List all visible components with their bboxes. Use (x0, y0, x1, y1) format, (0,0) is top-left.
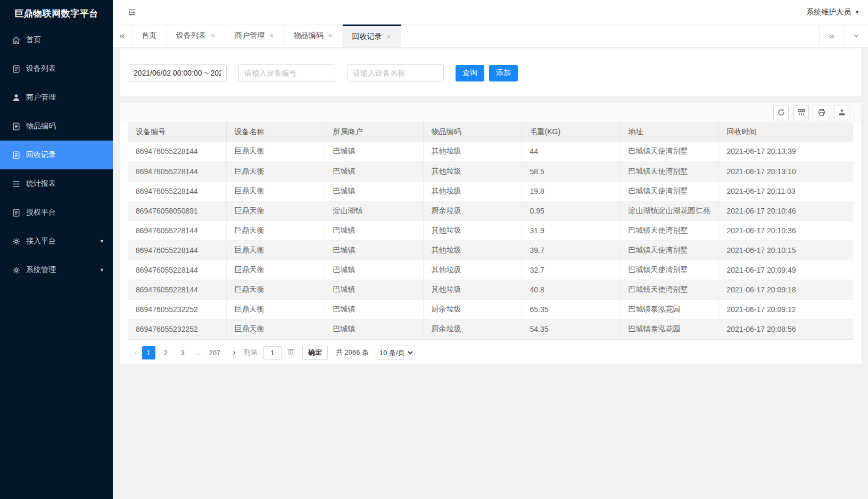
table-row[interactable]: 869476058050891巨鼎天衡淀山湖镇厨余垃圾0.95淀山湖镇淀山湖花园… (128, 201, 853, 220)
table-cell: 巴城镇 (325, 161, 423, 181)
sidebar-item-merchant-mgmt[interactable]: 商户管理 (0, 83, 113, 112)
table-cell: 2021-06-17 20:10:36 (718, 220, 853, 240)
sidebar-item-label: 物品编码 (26, 121, 56, 131)
sidebar-item-label: 设备列表 (26, 64, 56, 73)
table-row[interactable]: 869476055232252巨鼎天衡巴城镇厨余垃圾65.35巴城镇泰泓花园20… (128, 299, 853, 319)
close-icon[interactable]: × (211, 32, 215, 39)
chevrons-right-icon: » (829, 30, 834, 42)
tab-device-list[interactable]: 设备列表× (167, 24, 225, 47)
jump-confirm-button[interactable]: 确定 (302, 346, 328, 360)
sidebar: 巨鼎物联网数字平台 首页设备列表商户管理物品编码回收记录统计报表授权平台接入平台… (0, 0, 113, 499)
column-header: 毛重(KG) (522, 122, 620, 142)
tab-home[interactable]: 首页 (132, 24, 167, 47)
table-row[interactable]: 869476055228144巨鼎天衡巴城镇其他垃圾58.5巴城镇天使湾别墅20… (128, 161, 853, 181)
table-cell: 巴城镇天使湾别墅 (620, 260, 718, 280)
search-button[interactable]: 查询 (456, 65, 484, 81)
tabs-list: 首页设备列表×商户管理×物品编码×回收记录× (132, 24, 401, 47)
table-cell: 其他垃圾 (423, 260, 522, 280)
pager-page-207[interactable]: 207 (207, 346, 223, 359)
export-button[interactable] (834, 105, 849, 120)
sidebar-item-auth-platform[interactable]: 授权平台 (0, 198, 113, 227)
table-cell: 869476055228144 (128, 260, 226, 280)
sidebar-item-label: 首页 (26, 35, 41, 45)
page-size-select[interactable]: 10 条/页 (376, 346, 415, 359)
jump-page-input[interactable] (263, 346, 282, 359)
table-cell: 869476055232252 (128, 299, 226, 319)
table-cell: 巴城镇 (325, 280, 423, 299)
column-header: 物品编码 (423, 122, 522, 142)
table-cell: 869476055228144 (128, 240, 226, 260)
table-cell: 巴城镇天使湾别墅 (620, 240, 718, 260)
sidebar-item-recycle-records[interactable]: 回收记录 (0, 141, 113, 169)
table-row[interactable]: 869476055232252巨鼎天衡巴城镇厨余垃圾54.35巴城镇泰泓花园20… (128, 319, 853, 339)
column-header: 设备名称 (226, 122, 325, 142)
jump-page-unit-label: 页 (287, 348, 294, 357)
table-row[interactable]: 869476055228144巨鼎天衡巴城镇其他垃圾44巴城镇天使湾别墅2021… (128, 142, 853, 161)
sidebar-item-home[interactable]: 首页 (0, 26, 113, 54)
columns-button[interactable] (793, 105, 809, 120)
table-row[interactable]: 869476055228144巨鼎天衡巴城镇其他垃圾40.8巴城镇天使湾别墅20… (128, 280, 853, 299)
tabs-scroll-right-button[interactable]: » (819, 24, 844, 47)
close-icon[interactable]: × (328, 32, 332, 39)
table-cell: 其他垃圾 (423, 240, 522, 260)
table-cell: 淀山湖镇淀山湖花园仁苑 (620, 201, 718, 220)
device-name-input[interactable] (347, 64, 444, 81)
table-cell: 巨鼎天衡 (226, 220, 325, 240)
tabs-scroll-left-button[interactable]: « (113, 24, 132, 47)
pager-next-button[interactable]: › (233, 347, 236, 358)
chevron-down-icon (853, 32, 860, 39)
tabs-menu-button[interactable] (844, 24, 868, 47)
table-row[interactable]: 869476055228144巨鼎天衡巴城镇其他垃圾32.7巴城镇天使湾别墅20… (128, 260, 853, 280)
add-button[interactable]: 添加 (489, 65, 518, 81)
pager-page-2[interactable]: 2 (159, 346, 172, 359)
tab-recycle-records[interactable]: 回收记录× (343, 24, 401, 47)
tab-merchant-mgmt[interactable]: 商户管理× (225, 24, 284, 47)
user-menu[interactable]: 系统维护人员 ▼ (806, 7, 859, 17)
table-cell: 巴城镇泰泓花园 (620, 299, 718, 319)
section-divider (120, 96, 861, 103)
device-number-input[interactable] (238, 64, 335, 81)
chevron-right-icon: › (233, 347, 236, 357)
sidebar-item-system-mgmt[interactable]: 系统管理▼ (0, 256, 113, 284)
table-cell: 巨鼎天衡 (226, 240, 325, 260)
tab-label: 首页 (142, 31, 156, 40)
refresh-button[interactable] (773, 105, 789, 120)
table-cell: 19.8 (522, 181, 620, 201)
pager-ellipsis: ... (193, 346, 203, 359)
tab-item-code[interactable]: 物品编码× (284, 24, 342, 47)
table-row[interactable]: 869476055228144巨鼎天衡巴城镇其他垃圾19.8巴城镇天使湾别墅20… (128, 181, 853, 201)
table-cell: 巴城镇天使湾别墅 (620, 280, 718, 299)
table-cell: 2021-06-17 20:08:56 (718, 319, 853, 339)
export-icon (838, 108, 846, 117)
gear-icon (12, 237, 21, 246)
close-icon[interactable]: × (387, 33, 391, 40)
date-range-input[interactable] (128, 64, 227, 81)
print-button[interactable] (814, 105, 829, 120)
sidebar-item-access-platform[interactable]: 接入平台▼ (0, 227, 113, 256)
table-row[interactable]: 869476055228144巨鼎天衡巴城镇其他垃圾31.9巴城镇天使湾别墅20… (128, 220, 853, 240)
sidebar-item-item-code[interactable]: 物品编码 (0, 112, 113, 141)
table-cell: 32.7 (522, 260, 620, 280)
pager-page-3[interactable]: 3 (176, 346, 189, 359)
pager-page-1[interactable]: 1 (142, 346, 155, 359)
table-cell: 58.5 (522, 161, 620, 181)
table-row[interactable]: 869476055228144巨鼎天衡巴城镇其他垃圾39.7巴城镇天使湾别墅20… (128, 240, 853, 260)
sidebar-item-stats-report[interactable]: 统计报表 (0, 169, 113, 198)
table-cell: 2021-06-17 20:09:18 (718, 280, 853, 299)
pager-pages: 123...207 (142, 346, 223, 359)
table-cell: 巴城镇天使湾别墅 (620, 142, 718, 161)
tab-label: 物品编码 (293, 31, 323, 40)
sidebar-collapse-button[interactable] (128, 8, 136, 17)
records-table: 设备编号设备名称所属商户物品编码毛重(KG)地址回收时间 86947605522… (128, 122, 853, 339)
table-cell: 巴城镇泰泓花园 (620, 319, 718, 339)
app-title: 巨鼎物联网数字平台 (0, 0, 113, 26)
pager-prev-button[interactable]: ‹ (134, 347, 137, 358)
close-icon[interactable]: × (269, 32, 274, 39)
table-cell: 869476055228144 (128, 280, 226, 299)
sidebar-item-device-list[interactable]: 设备列表 (0, 54, 113, 83)
grid-toolbar (120, 103, 861, 122)
pagination-bar: ‹ 123...207 › 到第 页 确定 共 2066 条 10 条/页 (128, 339, 853, 362)
table-cell: 869476058050891 (128, 201, 226, 220)
table-cell: 巴城镇 (325, 240, 423, 260)
doc-icon (12, 122, 21, 131)
